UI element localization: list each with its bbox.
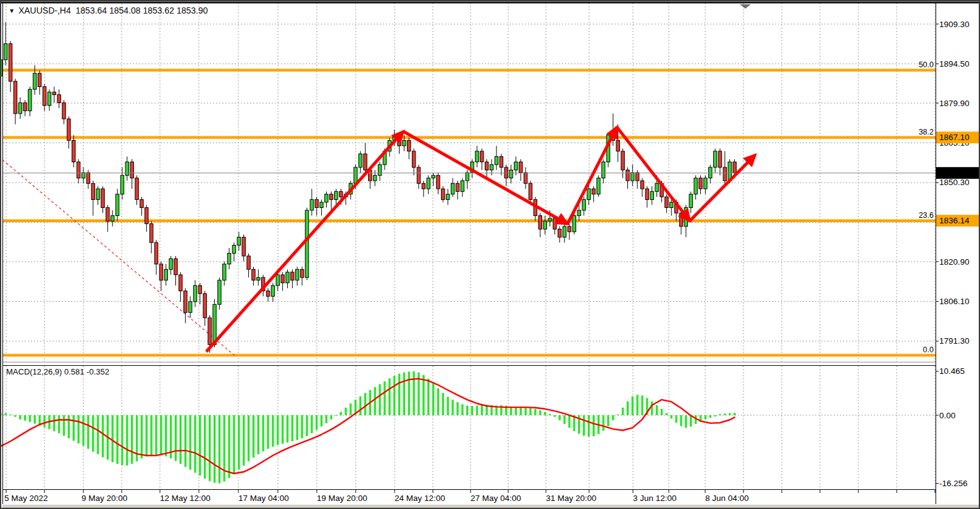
price-axis-scale[interactable] (936, 3, 979, 489)
macd-pane[interactable] (3, 366, 936, 489)
chart-title: ▼XAUUSD-,H4 1853.64 1854.08 1853.62 1853… (9, 6, 208, 15)
macd-histogram-bar (1, 413, 2, 415)
time-axis-scale[interactable] (3, 490, 936, 504)
bottom-strip (2, 505, 980, 509)
chart-canvas[interactable]: 50.038.223.60.01909.301894.501879.901865… (1, 1, 980, 509)
macd-signal-value: -0.352 (86, 367, 109, 376)
mt4-chart-window: ▼XAUUSD-,H4 1853.64 1854.08 1853.62 1853… (0, 0, 980, 509)
macd-indicator-label: MACD(12,26,9) 0.581 -0.352 (6, 367, 109, 376)
candle-body (1, 60, 2, 76)
chart-symbol-period: XAUUSD-,H4 (19, 6, 71, 15)
chart-ohlc-values: 1853.64 1854.08 1853.62 1853.90 (75, 6, 207, 15)
price-chart-pane[interactable] (3, 3, 936, 362)
symbol-dropdown-icon: ▼ (9, 7, 15, 14)
macd-name: MACD(12,26,9) (6, 367, 62, 376)
macd-main-value: 0.581 (64, 367, 85, 376)
